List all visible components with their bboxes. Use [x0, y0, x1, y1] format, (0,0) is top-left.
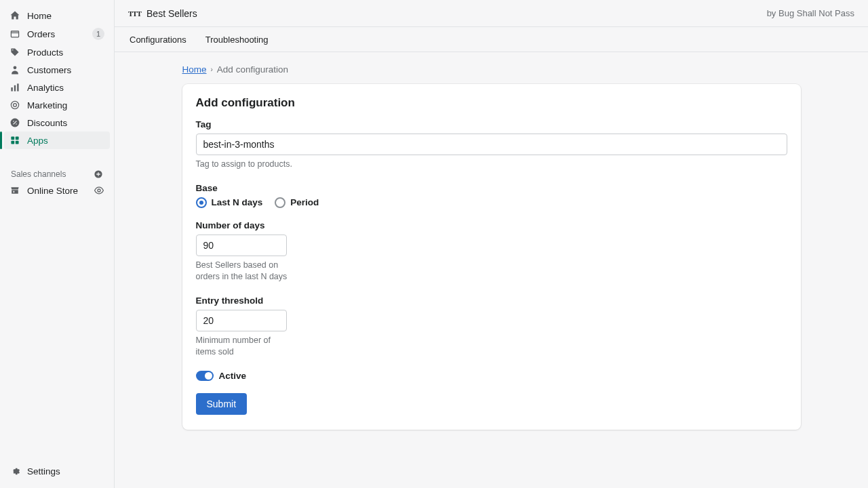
- sidebar-item-orders[interactable]: Orders 1: [4, 24, 110, 43]
- app-author: by Bug Shall Not Pass: [767, 8, 854, 18]
- breadcrumb-home-link[interactable]: Home: [182, 64, 207, 75]
- radio-last-n-days[interactable]: Last N days: [196, 197, 263, 208]
- radio-icon: [196, 197, 207, 208]
- tab-configurations[interactable]: Configurations: [128, 35, 188, 45]
- sidebar-item-customers[interactable]: Customers: [4, 61, 110, 79]
- sidebar-item-products[interactable]: Products: [4, 43, 110, 61]
- orders-icon: [9, 28, 20, 39]
- sidebar-item-label: Apps: [27, 136, 48, 146]
- channels-title: Sales channels: [11, 169, 66, 179]
- svg-rect-0: [11, 31, 18, 37]
- svg-point-6: [14, 104, 17, 107]
- svg-point-9: [16, 123, 17, 125]
- products-icon: [9, 47, 20, 58]
- apps-icon: [9, 135, 20, 146]
- sidebar-item-online-store[interactable]: Online Store: [4, 182, 110, 199]
- view-store-icon[interactable]: [94, 185, 104, 196]
- sidebar-item-label: Home: [27, 11, 52, 21]
- days-input[interactable]: [196, 235, 287, 256]
- sidebar-item-apps[interactable]: Apps: [4, 131, 110, 149]
- svg-rect-3: [14, 85, 16, 92]
- days-help: Best Sellers based on orders in the last…: [196, 260, 291, 283]
- sidebar-item-label: Discounts: [27, 118, 67, 128]
- discounts-icon: [9, 117, 20, 128]
- sidebar-item-label: Orders: [27, 29, 55, 39]
- config-card: Add configuration Tag Tag to assign to p…: [182, 84, 801, 430]
- chevron-right-icon: ›: [211, 66, 213, 73]
- analytics-icon: [9, 82, 20, 93]
- tag-help: Tag to assign to products.: [196, 159, 787, 171]
- svg-point-15: [98, 189, 100, 192]
- svg-rect-12: [11, 141, 14, 144]
- tag-label: Tag: [196, 119, 787, 129]
- tag-input[interactable]: [196, 134, 787, 155]
- sidebar-item-label: Settings: [27, 466, 60, 476]
- svg-point-8: [13, 121, 14, 122]
- app-logo-icon: TTT: [128, 9, 141, 18]
- threshold-label: Entry threshold: [196, 296, 787, 306]
- sidebar-item-label: Products: [27, 47, 63, 58]
- tabs-bar: Configurations Troubleshooting: [115, 27, 868, 52]
- sidebar-item-discounts[interactable]: Discounts: [4, 114, 110, 131]
- radio-label: Period: [290, 197, 319, 207]
- sales-channels-heading: Sales channels: [4, 164, 110, 182]
- toggle-label: Active: [219, 371, 247, 381]
- app-title: Best Sellers: [146, 8, 197, 19]
- add-channel-icon[interactable]: [94, 169, 103, 179]
- sidebar-item-analytics[interactable]: Analytics: [4, 79, 110, 96]
- home-icon: [9, 10, 20, 21]
- breadcrumb-current: Add configuration: [217, 64, 288, 75]
- svg-rect-10: [11, 136, 14, 140]
- marketing-icon: [9, 100, 20, 110]
- threshold-help: Minimum number of items sold: [196, 335, 291, 359]
- submit-button[interactable]: Submit: [196, 393, 248, 415]
- radio-period[interactable]: Period: [275, 197, 319, 208]
- active-toggle[interactable]: Active: [196, 371, 787, 381]
- radio-icon: [275, 197, 285, 208]
- sidebar: Home Orders 1 Products Customers: [0, 0, 115, 488]
- svg-rect-11: [16, 136, 19, 140]
- card-title: Add configuration: [196, 96, 787, 110]
- radio-label: Last N days: [212, 197, 263, 207]
- svg-rect-4: [17, 83, 18, 91]
- breadcrumb: Home › Add configuration: [182, 64, 801, 75]
- base-label: Base: [196, 183, 787, 193]
- threshold-input[interactable]: [196, 310, 287, 331]
- sidebar-item-label: Marketing: [27, 100, 67, 110]
- days-label: Number of days: [196, 220, 787, 230]
- store-icon: [9, 185, 20, 196]
- sidebar-item-label: Customers: [27, 65, 71, 75]
- svg-rect-2: [11, 87, 12, 92]
- customers-icon: [9, 64, 20, 75]
- sidebar-item-settings[interactable]: Settings: [4, 462, 110, 480]
- topbar: TTT Best Sellers by Bug Shall Not Pass: [115, 0, 868, 27]
- toggle-switch-icon: [196, 371, 214, 381]
- orders-badge: 1: [92, 28, 104, 40]
- sidebar-item-home[interactable]: Home: [4, 7, 110, 24]
- svg-rect-13: [16, 141, 19, 144]
- sidebar-item-label: Online Store: [27, 186, 78, 196]
- svg-point-5: [11, 101, 18, 108]
- sidebar-item-label: Analytics: [27, 83, 64, 93]
- tab-troubleshooting[interactable]: Troubleshooting: [204, 35, 270, 45]
- sidebar-item-marketing[interactable]: Marketing: [4, 96, 110, 114]
- gear-icon: [9, 466, 20, 476]
- svg-point-1: [14, 66, 17, 69]
